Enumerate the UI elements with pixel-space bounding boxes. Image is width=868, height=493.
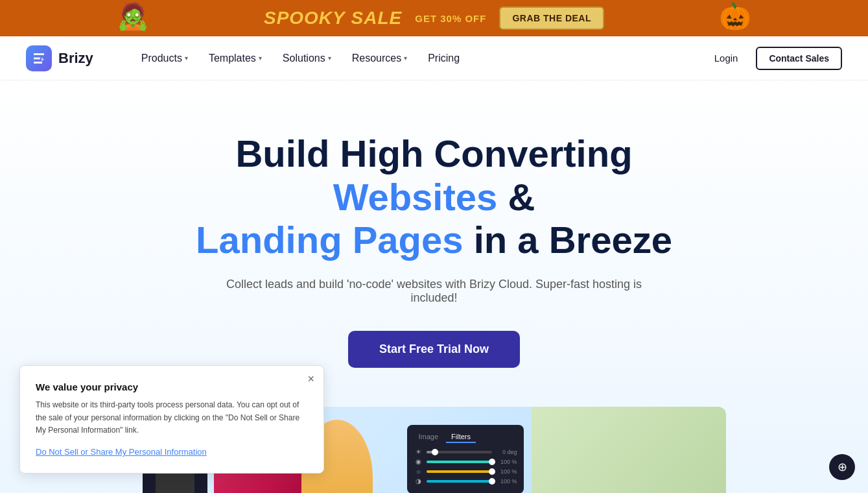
filter-row-3: ☼ 100 % — [414, 468, 517, 475]
filter-tab-image: Image — [414, 431, 444, 443]
privacy-body: This website or its third-party tools pr… — [36, 399, 308, 437]
contrast-icon: ◑ — [414, 477, 424, 485]
hero-title-blue2: Landing Pages — [196, 219, 463, 261]
logo-icon — [26, 45, 52, 71]
brightness-icon: ☼ — [414, 468, 424, 475]
filter-fill-4 — [427, 480, 492, 483]
nav-products[interactable]: Products ▾ — [132, 47, 197, 69]
filter-track-1 — [427, 451, 492, 453]
saturation-icon: ◉ — [414, 458, 424, 465]
start-trial-button[interactable]: Start Free Trial Now — [348, 331, 520, 368]
filter-panel: Image Filters ☀ 0 deg ◉ — [407, 425, 524, 493]
filter-track-2 — [427, 461, 492, 463]
accessibility-icon: ⊕ — [838, 460, 847, 474]
hue-icon: ☀ — [414, 448, 424, 455]
contact-sales-button[interactable]: Contact Sales — [756, 47, 842, 70]
nav-links: Products ▾ Templates ▾ Solutions ▾ Resou… — [132, 47, 707, 69]
filter-val-3: 100 % — [495, 468, 517, 475]
nav-resources[interactable]: Resources ▾ — [343, 47, 416, 69]
filter-track-4 — [427, 480, 492, 483]
filter-tab-filters: Filters — [446, 431, 476, 443]
privacy-opt-out-link[interactable]: Do Not Sell or Share My Personal Informa… — [36, 447, 207, 457]
filter-row-2: ◉ 100 % — [414, 458, 517, 465]
nav-right: Login Contact Sales — [707, 47, 842, 70]
promo-banner: 🧟 Spooky SALE GET 30% OFF Grab The Deal … — [0, 0, 868, 36]
logo-link[interactable]: Brizy — [26, 45, 93, 71]
filter-fill-3 — [427, 470, 492, 473]
spooky-word: Spooky — [264, 8, 346, 28]
hero-title-part2: & — [497, 176, 535, 218]
hero-subtitle: Collect leads and build 'no-code' websit… — [207, 278, 661, 305]
navbar: Brizy Products ▾ Templates ▾ Solutions ▾… — [0, 36, 868, 80]
discount-text: GET 30% OFF — [415, 13, 486, 24]
screenshot-col3: Image Filters ☀ 0 deg ◉ — [402, 407, 532, 493]
brizy-logo-svg — [31, 51, 47, 66]
filter-fill-2 — [427, 461, 492, 463]
filter-val-4: 100 % — [495, 478, 517, 485]
filter-tabs: Image Filters — [414, 431, 517, 443]
banner-content: Spooky SALE GET 30% OFF Grab The Deal — [264, 6, 604, 30]
privacy-popup: × We value your privacy This website or … — [19, 365, 324, 474]
privacy-close-button[interactable]: × — [307, 372, 314, 386]
hero-title: Build High Converting Websites & Landing… — [175, 132, 694, 262]
filter-val-2: 100 % — [495, 459, 517, 465]
filter-val-1: 0 deg — [495, 449, 517, 455]
sale-text: Spooky SALE — [264, 8, 402, 29]
resources-chevron-icon: ▾ — [404, 54, 407, 62]
solutions-chevron-icon: ▾ — [328, 54, 331, 62]
filter-thumb-1 — [432, 449, 438, 455]
pumpkin-icon: 🎃 — [719, 1, 751, 32]
hero-title-blue1: Websites — [333, 176, 498, 218]
hero-title-part1: Build High Converting — [235, 132, 632, 174]
screenshot-col4 — [532, 407, 726, 493]
accessibility-button[interactable]: ⊕ — [829, 454, 855, 480]
privacy-title: We value your privacy — [36, 381, 308, 392]
nav-templates[interactable]: Templates ▾ — [200, 47, 271, 69]
hero-title-part3: in a Breeze — [463, 219, 672, 261]
filter-track-3 — [427, 470, 492, 473]
login-button[interactable]: Login — [707, 47, 746, 69]
filter-row-1: ☀ 0 deg — [414, 448, 517, 455]
templates-chevron-icon: ▾ — [259, 54, 262, 62]
mummy-icon: 🧟 — [117, 1, 149, 32]
products-chevron-icon: ▾ — [185, 54, 188, 62]
nav-pricing[interactable]: Pricing — [419, 47, 469, 69]
filter-row-4: ◑ 100 % — [414, 477, 517, 485]
sale-word: SALE — [351, 8, 403, 28]
nav-solutions[interactable]: Solutions ▾ — [274, 47, 340, 69]
logo-text: Brizy — [58, 50, 93, 67]
grab-deal-button[interactable]: Grab The Deal — [499, 6, 604, 30]
